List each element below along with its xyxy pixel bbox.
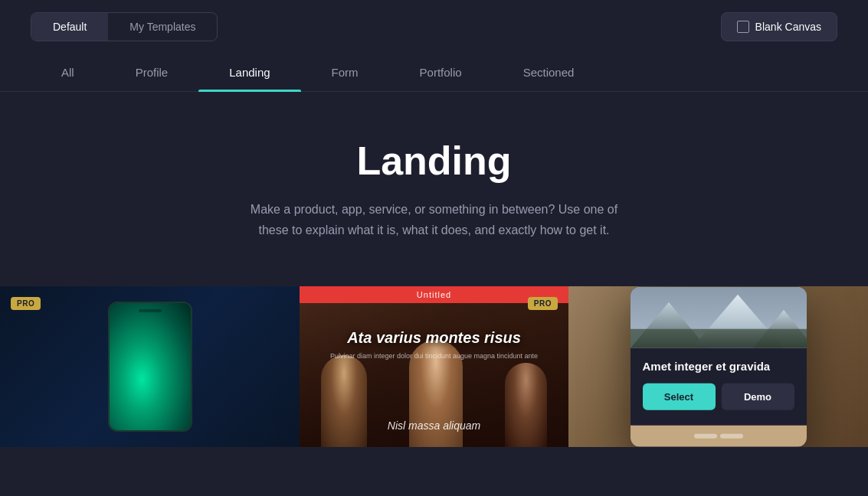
dot-2 (720, 434, 743, 439)
modal-title: Amet integer et gravida (643, 359, 794, 374)
card2-title: Ata varius montes risus (315, 328, 553, 347)
category-nav: All Profile Landing Form Portfolio Secti… (0, 54, 868, 92)
card2-bg: Ata varius montes risus Pulvinar diam in… (300, 286, 568, 447)
person-3 (505, 363, 547, 447)
hero-section: Landing Make a product, app, service, or… (0, 92, 868, 271)
tab-all[interactable]: All (31, 54, 105, 91)
modal-buttons: Select Demo (643, 383, 794, 410)
modal-bottom-bar (631, 426, 807, 447)
pro-badge-2: PRO (528, 297, 558, 310)
card2-text-overlay: Ata varius montes risus Pulvinar diam in… (300, 328, 568, 361)
tab-portfolio[interactable]: Portfolio (389, 54, 493, 91)
dot-1 (694, 434, 717, 439)
person-1 (321, 355, 367, 447)
template-modal: Amet integer et gravida Select Demo (631, 287, 807, 447)
template-card-1[interactable]: PRO (0, 286, 300, 447)
tab-landing[interactable]: Landing (198, 54, 300, 91)
canvas-icon (737, 21, 749, 33)
pro-badge-1: PRO (11, 297, 41, 310)
page-title: Landing (31, 138, 837, 184)
modal-image (631, 287, 807, 348)
svg-rect-4 (631, 329, 807, 348)
template-card-3[interactable]: Amet integer et gravida Select Demo (568, 286, 868, 447)
top-bar: Default My Templates Blank Canvas (0, 0, 868, 54)
phone-mockup (108, 302, 192, 432)
blank-canvas-label: Blank Canvas (755, 21, 821, 33)
template-card-2[interactable]: PRO Untitled Ata varius montes risus Pul… (300, 286, 568, 447)
card2-bottom-text: Nisl massa aliquam (300, 419, 568, 432)
phone-inner (110, 303, 191, 430)
default-tab[interactable]: Default (31, 13, 108, 41)
bottom-dots (694, 434, 743, 439)
tab-form[interactable]: Form (301, 54, 389, 91)
view-toggle: Default My Templates (31, 12, 218, 41)
card2-bottom: Nisl massa aliquam (300, 419, 568, 432)
page-subtitle: Make a product, app, service, or somethi… (243, 199, 626, 240)
my-templates-tab[interactable]: My Templates (108, 13, 217, 41)
tab-sectioned[interactable]: Sectioned (493, 54, 605, 91)
tab-profile[interactable]: Profile (105, 54, 199, 91)
blank-canvas-button[interactable]: Blank Canvas (721, 12, 837, 41)
card2-subtitle: Pulvinar diam integer dolor dui tincidun… (315, 351, 553, 361)
demo-button[interactable]: Demo (722, 383, 794, 410)
select-button[interactable]: Select (643, 383, 716, 410)
modal-content: Amet integer et gravida Select Demo (631, 348, 807, 418)
templates-grid: PRO PRO Untitled Ata varius montes risus… (0, 286, 868, 447)
